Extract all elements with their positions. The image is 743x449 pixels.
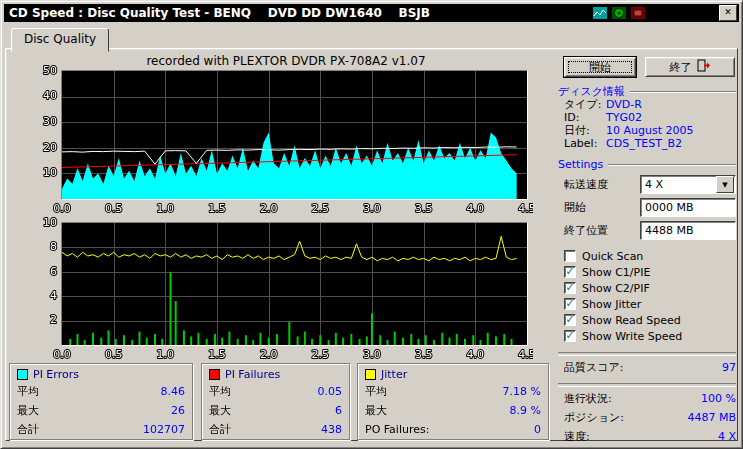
legend-header: Jitter [365, 366, 541, 382]
checkbox-label: Show C1/PIE [582, 266, 650, 279]
legend-header: PI Errors [17, 366, 185, 382]
check-icon: ✓ [565, 330, 574, 341]
speed-status-value: 4 X [718, 430, 736, 443]
jitter-swatch [365, 369, 376, 380]
disc-info-row-label: Label: CDS_TEST_B2 [558, 137, 736, 150]
checkbox-label: Show Write Speed [582, 330, 682, 343]
checkbox-label: Show Jitter [582, 298, 641, 311]
info-label: 日付: [564, 123, 606, 138]
checkbox-label: Show C2/PIF [582, 282, 650, 295]
check-icon: ✓ [565, 314, 574, 325]
info-label: Label: [564, 137, 606, 150]
checkbox-quick-scan[interactable]: Quick Scan [564, 248, 736, 264]
speed-select-value: 4 X [641, 178, 716, 191]
legend-row-average: 平均 0.05 [209, 382, 342, 401]
pi-errors-chart [28, 65, 533, 220]
legend-row-max: 最大 8.9 % [365, 401, 541, 420]
progress-value: 100 % [701, 392, 736, 405]
legend-row-max: 最大 26 [17, 401, 185, 420]
button-row: 開始 終了 [558, 57, 736, 77]
speed-status-row: 速度: 4 X [558, 429, 736, 444]
tab-disc-quality[interactable]: Disc Quality [11, 28, 109, 52]
app-window: CD Speed : Disc Quality Test - BENQ DVD … [0, 0, 743, 449]
end-position-input[interactable] [640, 221, 736, 240]
start-button[interactable]: 開始 [564, 57, 636, 77]
divider [558, 352, 736, 356]
disc-info-section-header: ディスク情報 [558, 84, 736, 98]
row-label: 最大 [365, 403, 387, 418]
checkbox-show-c1-pie[interactable]: ✓ Show C1/PIE [564, 264, 736, 280]
info-value: TYG02 [606, 111, 642, 124]
position-value: 4487 MB [687, 411, 736, 424]
check-icon: ✓ [565, 266, 574, 277]
start-position-label: 開始 [564, 200, 586, 215]
legend-row-max: 最大 6 [209, 401, 342, 420]
divider [558, 383, 736, 387]
speed-status-label: 速度: [564, 429, 590, 444]
chart-tool-icon[interactable] [592, 7, 608, 20]
tab-bar: Disc Quality [5, 27, 109, 49]
chevron-glyph: ▼ [722, 181, 727, 189]
end-position-label: 終了位置 [564, 223, 608, 238]
pi-failures-legend: PI Failures 平均 0.05 最大 6 合計 438 [201, 363, 350, 440]
checkbox-group: Quick Scan ✓ Show C1/PIE ✓ Show C2/PIF ✓… [558, 248, 736, 344]
disc-icon[interactable] [611, 7, 627, 20]
row-value: 438 [321, 423, 342, 436]
titlebar: CD Speed : Disc Quality Test - BENQ DVD … [4, 4, 739, 22]
row-value: 8.46 [161, 385, 186, 398]
position-label: ポジション: [564, 410, 624, 425]
camera-icon[interactable] [630, 7, 646, 20]
disc-info-row-type: タイプ: DVD-R [558, 98, 736, 111]
checkbox-box[interactable]: ✓ [564, 330, 576, 342]
close-button[interactable]: ✕ [719, 5, 737, 21]
check-icon: ✓ [565, 282, 574, 293]
checkbox-box[interactable]: ✓ [564, 282, 576, 294]
quality-score-value: 97 [722, 361, 736, 374]
row-value: 8.9 % [510, 404, 541, 417]
legend-row-po-failures: PO Failures: 0 [365, 420, 541, 439]
checkbox-label: Show Read Speed [582, 314, 681, 327]
row-value: 0.05 [318, 385, 343, 398]
row-value: 0 [534, 423, 541, 436]
checkbox-box[interactable] [564, 250, 576, 262]
speed-select[interactable]: 4 X ▼ [640, 175, 736, 194]
info-label: タイプ: [564, 97, 606, 112]
row-label: 最大 [17, 403, 39, 418]
section-divider-line [630, 91, 736, 93]
exit-icon [697, 59, 711, 75]
row-value: 6 [335, 404, 342, 417]
chevron-down-icon[interactable]: ▼ [716, 176, 734, 193]
row-label: 平均 [17, 384, 39, 399]
checkbox-label: Quick Scan [582, 250, 643, 263]
checkbox-box[interactable]: ✓ [564, 266, 576, 278]
legend-row-total: 合計 102707 [17, 420, 185, 439]
row-label: 合計 [17, 422, 39, 437]
row-value: 26 [171, 404, 185, 417]
checkbox-box[interactable]: ✓ [564, 314, 576, 326]
disc-info-row-date: 日付: 10 August 2005 [558, 124, 736, 137]
checkbox-box[interactable]: ✓ [564, 298, 576, 310]
transfer-speed-row: 転送速度 4 X ▼ [558, 175, 736, 194]
section-divider-line [608, 164, 736, 166]
start-button-label: 開始 [589, 60, 611, 75]
pi-failures-jitter-chart [28, 217, 533, 366]
settings-title: Settings [558, 158, 603, 171]
row-value: 7.18 % [503, 385, 541, 398]
start-position-input[interactable] [640, 198, 736, 217]
checkbox-show-write-speed[interactable]: ✓ Show Write Speed [564, 328, 736, 344]
titlebar-icons: ✕ [592, 5, 739, 21]
checkbox-show-c2-pif[interactable]: ✓ Show C2/PIF [564, 280, 736, 296]
legend-header: PI Failures [209, 366, 342, 382]
row-label: 合計 [209, 422, 231, 437]
legend-row-average: 平均 8.46 [17, 382, 185, 401]
jitter-legend: Jitter 平均 7.18 % 最大 8.9 % PO Failures: 0 [357, 363, 549, 440]
checkbox-show-jitter[interactable]: ✓ Show Jitter [564, 296, 736, 312]
checkbox-show-read-speed[interactable]: ✓ Show Read Speed [564, 312, 736, 328]
close-icon: ✕ [724, 7, 732, 17]
legend-title: Jitter [381, 368, 407, 381]
exit-button[interactable]: 終了 [645, 57, 735, 77]
transfer-speed-label: 転送速度 [564, 177, 608, 192]
row-label: 平均 [365, 384, 387, 399]
exit-button-label: 終了 [670, 60, 692, 75]
row-label: PO Failures: [365, 423, 429, 436]
